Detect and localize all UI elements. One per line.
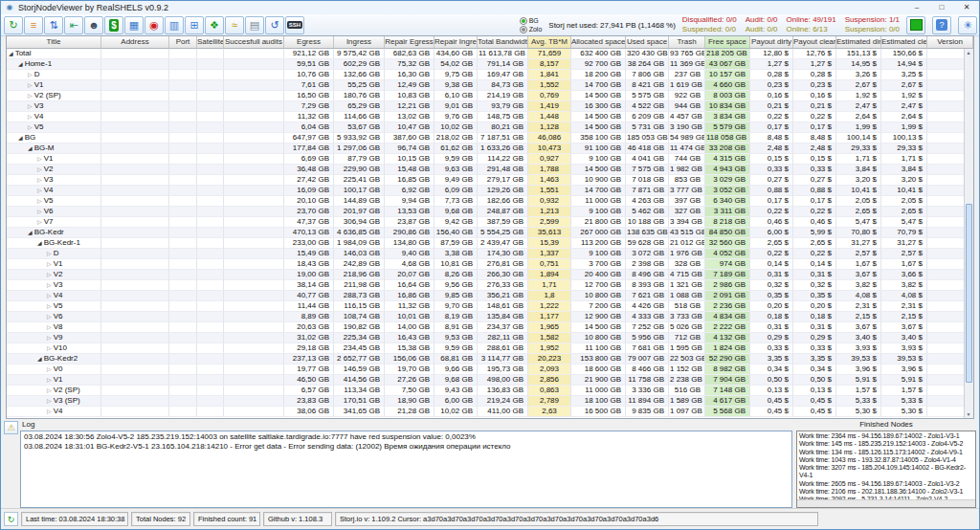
column-header-payout-clearly[interactable]: Payout clearly (793, 36, 836, 49)
table-row[interactable]: ▷D15,49 GB146,03 GB9,40 GB3,38 GB174,30 … (7, 249, 973, 259)
column-header-egress[interactable]: Egress (284, 36, 334, 49)
profile-radio-zolo[interactable]: Zolo (520, 25, 543, 33)
column-header-port[interactable]: Port (169, 36, 197, 49)
settings-button[interactable]: ✳ (958, 16, 977, 34)
expander-open-icon[interactable]: ◢ (28, 228, 33, 237)
table-row[interactable]: ▷V56,04 GB53,67 GB10,47 GB10,02 GB80,21 … (7, 122, 973, 133)
toolbar-button-stop[interactable]: ◉ (145, 16, 164, 34)
table-row[interactable]: ◢BG-M177,84 GB1 297,06 GB96,74 GB61,62 G… (7, 144, 973, 154)
scroll-up-icon[interactable]: ▲ (965, 50, 972, 55)
expander-open-icon[interactable]: ◢ (9, 49, 13, 58)
column-header-avg-tbm[interactable]: Avg. TB*M (528, 36, 571, 49)
table-row[interactable]: ▷V820,63 GB190,82 GB14,00 GB8,91 GB234,3… (7, 322, 973, 333)
toolbar-button-calculator[interactable]: ⊞ (185, 16, 204, 34)
expander-closed-icon[interactable]: ▷ (47, 386, 52, 395)
expander-closed-icon[interactable]: ▷ (37, 207, 42, 216)
scrollbar-thumb[interactable] (966, 204, 972, 383)
table-row[interactable]: ▷V019,77 GB146,59 GB19,70 GB9,66 GB195,7… (7, 364, 973, 375)
column-header-allocated-space[interactable]: Allocated space (571, 36, 626, 49)
column-header-payout-dirty[interactable]: Payout dirty (750, 36, 793, 49)
expander-open-icon[interactable]: ◢ (37, 238, 42, 248)
column-header-estimated-dirty[interactable]: Estimated dirty (836, 36, 881, 49)
table-row[interactable]: ◢Total921,12 GB9 575,42 GB682,63 GB434,6… (7, 49, 973, 59)
close-icon[interactable]: ✕ (954, 1, 979, 14)
table-row[interactable]: ▷V17,61 GB55,25 GB12,49 GB9,38 GB84,73 G… (7, 80, 973, 91)
expander-open-icon[interactable]: ◢ (18, 59, 23, 69)
expander-closed-icon[interactable]: ▷ (28, 122, 33, 132)
table-row[interactable]: ▷V623,70 GB201,97 GB13,53 GB9,68 GB248,8… (7, 207, 973, 217)
table-row[interactable]: ◢BG-Kedr-1233,00 GB1 984,09 GB134,80 GB8… (7, 238, 973, 249)
expander-closed-icon[interactable]: ▷ (28, 112, 33, 121)
expander-closed-icon[interactable]: ▷ (47, 312, 52, 321)
column-header-total-bandwidth[interactable]: Total Bandwidth (478, 36, 528, 49)
expander-closed-icon[interactable]: ▷ (47, 301, 52, 311)
table-row[interactable]: ▷V511,44 GB116,15 GB11,32 GB9,70 GB148,6… (7, 301, 973, 312)
expander-closed-icon[interactable]: ▷ (47, 259, 52, 269)
table-row[interactable]: ▷V416,09 GB100,17 GB6,92 GB6,09 GB129,26… (7, 186, 973, 196)
table-row[interactable]: ▷V2 (SP)6,57 GB113,34 GB7,50 GB9,43 GB13… (7, 386, 973, 396)
expander-open-icon[interactable]: ◢ (18, 133, 23, 143)
expander-open-icon[interactable]: ◢ (28, 144, 33, 153)
toolbar-button-import-table[interactable]: ⇤ (64, 16, 83, 34)
column-header-repair-egress[interactable]: Repair Egress (385, 36, 434, 49)
panel-toggle-button[interactable] (906, 16, 925, 34)
column-header-address[interactable]: Address (101, 36, 169, 49)
toolbar-button-user[interactable]: ☻ (84, 16, 103, 34)
column-header-audits[interactable]: Succesfull audits (224, 36, 284, 49)
toolbar-button-ssh[interactable]: SSH (285, 16, 304, 34)
expander-open-icon[interactable]: ◢ (37, 354, 42, 364)
expander-closed-icon[interactable]: ▷ (28, 101, 33, 111)
table-row[interactable]: ▷V1029,18 GB234,45 GB15,38 GB9,59 GB288,… (7, 343, 973, 354)
expander-closed-icon[interactable]: ▷ (47, 280, 52, 290)
toolbar-button-refresh[interactable]: ↻ (4, 16, 23, 34)
table-row[interactable]: ◢BG647,97 GB5 933,92 GB387,60 GB218,02 G… (7, 133, 973, 144)
expander-closed-icon[interactable]: ▷ (37, 154, 42, 164)
column-header-version[interactable]: Version (927, 36, 973, 49)
table-row[interactable]: ▷V68,89 GB108,74 GB10,01 GB8,19 GB135,84… (7, 312, 973, 322)
expander-closed-icon[interactable]: ▷ (37, 175, 42, 185)
column-header-repair-ingress[interactable]: Repair Ingress (434, 36, 478, 49)
log-panel-button[interactable]: ⚠ (4, 421, 18, 434)
expander-closed-icon[interactable]: ▷ (47, 407, 52, 416)
expander-closed-icon[interactable]: ▷ (47, 249, 52, 258)
expander-closed-icon[interactable]: ▷ (28, 70, 33, 79)
table-row[interactable]: ▷V236,48 GB229,90 GB15,48 GB9,63 GB291,4… (7, 165, 973, 175)
toolbar-button-tree[interactable]: ≡ (24, 16, 43, 34)
expander-closed-icon[interactable]: ▷ (47, 375, 52, 385)
expander-closed-icon[interactable]: ▷ (47, 333, 52, 342)
table-row[interactable]: ▷V438,06 GB341,65 GB21,28 GB10,02 GB411,… (7, 407, 973, 417)
expander-closed-icon[interactable]: ▷ (47, 364, 52, 374)
table-row[interactable]: ◢BG-Kedr470,13 GB4 636,85 GB290,86 GB156… (7, 228, 973, 238)
column-header-title[interactable]: Title (7, 36, 101, 49)
table-row[interactable]: ▷V16,69 GB87,79 GB10,15 GB9,59 GB114,22 … (7, 154, 973, 165)
expander-closed-icon[interactable]: ▷ (47, 291, 52, 300)
table-row[interactable]: ▷V747,37 GB306,94 GB23,87 GB9,42 GB387,5… (7, 217, 973, 228)
column-header-satellite[interactable]: Satellite (197, 36, 224, 49)
maximize-icon[interactable]: □ (929, 1, 954, 14)
toolbar-button-sort[interactable]: ⇅ (44, 16, 63, 34)
finished-nodes-list[interactable]: Work time: 2364 ms - 94.156.189.67:14002… (796, 431, 976, 508)
toolbar-button-fullscreen[interactable]: ❖ (205, 16, 224, 34)
column-header-used-space[interactable]: Used space (626, 36, 669, 49)
profile-radio-bg[interactable]: BG (520, 16, 543, 25)
expander-closed-icon[interactable]: ▷ (47, 343, 52, 353)
table-row[interactable]: ◢Home-159,51 GB602,29 GB75,32 GB54,02 GB… (7, 59, 973, 70)
table-row[interactable]: ▷V520,10 GB144,89 GB9,94 GB7,73 GB182,66… (7, 196, 973, 207)
toolbar-button-history[interactable]: ↺ (265, 16, 284, 34)
column-header-estimated-clearly[interactable]: Estimated clearly (881, 36, 927, 49)
table-row[interactable]: ▷D10,76 GB132,66 GB16,30 GB9,75 GB169,47… (7, 70, 973, 80)
table-row[interactable]: ▷V118,43 GB242,89 GB4,68 GB10,81 GB276,8… (7, 259, 973, 270)
table-row[interactable]: ▷V37,29 GB65,29 GB12,21 GB9,01 GB93,79 G… (7, 101, 973, 112)
toolbar-button-chart[interactable]: ≈ (225, 16, 244, 34)
table-row[interactable]: ▷V219,00 GB218,96 GB20,07 GB8,26 GB266,3… (7, 270, 973, 280)
table-row[interactable]: ▷V411,32 GB114,66 GB13,02 GB9,76 GB148,7… (7, 112, 973, 122)
minimize-icon[interactable]: – (904, 1, 929, 14)
table-row[interactable]: ◢BG-Kedr2237,13 GB2 652,77 GB156,06 GB68… (7, 354, 973, 364)
table-row[interactable]: ▷V3 (SP)23,83 GB170,51 GB18,90 GB6,00 GB… (7, 396, 973, 407)
expander-closed-icon[interactable]: ▷ (37, 165, 42, 174)
scroll-down-icon[interactable]: ▼ (965, 411, 972, 417)
toolbar-button-calendar[interactable]: ▦ (124, 16, 144, 34)
table-row[interactable]: ▷V146,50 GB414,56 GB27,26 GB9,68 GB498,0… (7, 375, 973, 386)
expander-closed-icon[interactable]: ▷ (37, 186, 42, 195)
table-row[interactable]: ▷V2 (SP)16,50 GB180,76 GB10,83 GB6,10 GB… (7, 91, 973, 101)
